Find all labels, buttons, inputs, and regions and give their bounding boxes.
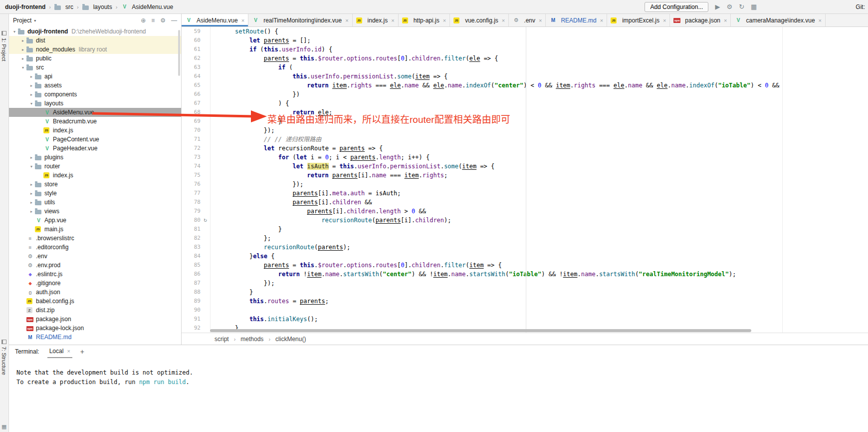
add-configuration-button[interactable]: Add Configuration...: [645, 2, 708, 12]
breadcrumb-item[interactable]: layouts: [82, 3, 112, 10]
breadcrumb-item[interactable]: script: [215, 336, 229, 343]
terminal-output[interactable]: Note that the development build is not o…: [9, 358, 868, 387]
play-icon[interactable]: ▶: [715, 3, 720, 10]
tree-item[interactable]: ▸public: [9, 54, 181, 63]
code-line[interactable]: 85 parents = this.$router.options.routes…: [182, 261, 782, 270]
tree-item[interactable]: JSindex.js: [9, 126, 181, 135]
tree-item[interactable]: ◆.gitignore: [9, 279, 181, 288]
tree-item[interactable]: VAsideMenu.vue: [9, 108, 181, 117]
editor-tab[interactable]: VcameraManage\index.vue×: [731, 14, 826, 26]
tree-item[interactable]: ▸api: [9, 72, 181, 81]
chevron-collapsed-icon[interactable]: ▸: [28, 92, 35, 97]
code-line[interactable]: 64 this.userInfo.permissionList.some(ite…: [182, 72, 782, 81]
code-line[interactable]: 75 return parents[i].name === item.right…: [182, 171, 782, 180]
hide-icon[interactable]: —: [171, 17, 177, 24]
code-line[interactable]: 89 this.routes = parents;: [182, 297, 782, 306]
chevron-expanded-icon[interactable]: ▾: [28, 164, 35, 169]
tree-item[interactable]: npmpackage-lock.json: [9, 324, 181, 333]
tree-item[interactable]: JSbabel.config.js: [9, 297, 181, 306]
locate-icon[interactable]: ⊕: [141, 17, 146, 24]
code-line[interactable]: 70 });: [182, 126, 782, 135]
editor-tab[interactable]: MREADME.md×: [546, 14, 607, 26]
chevron-collapsed-icon[interactable]: ▸: [28, 191, 35, 196]
grid-icon[interactable]: ▦: [1, 424, 6, 430]
chevron-collapsed-icon[interactable]: ▸: [19, 38, 26, 43]
editor-tab[interactable]: JSindex.js×: [353, 14, 399, 26]
tree-item[interactable]: JSmain.js: [9, 225, 181, 234]
project-panel-title[interactable]: Project: [13, 17, 31, 24]
code-line[interactable]: 74 let isAuth = this.userInfo.permission…: [182, 162, 782, 171]
editor-tab[interactable]: npmpackage.json×: [670, 14, 731, 26]
close-icon[interactable]: ×: [600, 17, 603, 23]
tree-item[interactable]: VPageHeader.vue: [9, 144, 181, 153]
tree-item[interactable]: npmpackage.json: [9, 315, 181, 324]
tree-item[interactable]: Zdist.zip: [9, 306, 181, 315]
code-line[interactable]: 62 parents = this.$router.options.routes…: [182, 54, 782, 63]
breadcrumb-item[interactable]: VAsideMenu.vue: [121, 3, 173, 10]
tree-item[interactable]: ▸plugins: [9, 153, 181, 162]
tree-item[interactable]: ▾router: [9, 162, 181, 171]
chevron-expanded-icon[interactable]: ▾: [11, 29, 18, 34]
code-line[interactable]: 82 };: [182, 234, 782, 243]
code-line[interactable]: 90: [182, 306, 782, 315]
code-line[interactable]: 80↻ recursionRoute(parents[i].children);: [182, 216, 782, 225]
close-icon[interactable]: ×: [724, 17, 727, 23]
code-line[interactable]: 87 });: [182, 279, 782, 288]
code-line[interactable]: 71 // // 递归权限路由: [182, 135, 782, 144]
code-line[interactable]: 86 return !item.name.startsWith("center"…: [182, 270, 782, 279]
editor-tab[interactable]: JSimportExcel.js×: [607, 14, 670, 26]
chevron-collapsed-icon[interactable]: ▸: [28, 155, 35, 160]
tree-item[interactable]: ⚙.env: [9, 252, 181, 261]
close-icon[interactable]: ×: [819, 17, 822, 23]
chevron-collapsed-icon[interactable]: ▸: [28, 200, 35, 205]
tree-item[interactable]: VBreadcrumb.vue: [9, 117, 181, 126]
chevron-collapsed-icon[interactable]: ▸: [28, 74, 35, 79]
chevron-collapsed-icon[interactable]: ▸: [28, 209, 35, 214]
code-line[interactable]: 72 let recursionRoute = parents => {: [182, 144, 782, 153]
stripe-project-label[interactable]: 1: Project: [1, 38, 7, 61]
git-label[interactable]: Git:: [856, 3, 865, 10]
tree-item[interactable]: ▸node_moduleslibrary root: [9, 45, 181, 54]
close-icon[interactable]: ×: [663, 17, 666, 23]
scrollbar-thumb[interactable]: [210, 329, 751, 332]
breadcrumb-item[interactable]: clickMenu(): [275, 336, 306, 343]
code-line[interactable]: 84 }else {: [182, 252, 782, 261]
close-icon[interactable]: ×: [391, 17, 394, 23]
tree-item[interactable]: ▸views: [9, 207, 181, 216]
tree-item[interactable]: ▾layouts: [9, 99, 181, 108]
tree-item[interactable]: ▸store: [9, 180, 181, 189]
code-line[interactable]: 73 for (let i = 0; i < parents.length; i…: [182, 153, 782, 162]
stripe-structure-label[interactable]: 7: Structure: [1, 347, 7, 375]
tree-item[interactable]: JSindex.js: [9, 171, 181, 180]
editor-tab[interactable]: VAsideMenu.vue×: [182, 14, 248, 26]
chevron-down-icon[interactable]: ▾: [34, 18, 36, 23]
close-icon[interactable]: ×: [241, 17, 244, 23]
editor-tab[interactable]: VrealTimeMonitoring\index.vue×: [248, 14, 352, 26]
tree-item[interactable]: ▸assets: [9, 81, 181, 90]
editor-tab[interactable]: JShttp-api.js×: [399, 14, 450, 26]
code-line[interactable]: 65 return item.rights === ele.name && el…: [182, 81, 782, 90]
tree-item[interactable]: ▾src: [9, 63, 181, 72]
code-line[interactable]: 78 parents[i].children &&: [182, 198, 782, 207]
code-line[interactable]: 60 let parents = [];: [182, 36, 782, 45]
chevron-expanded-icon[interactable]: ▾: [28, 101, 35, 106]
code-line[interactable]: 77 parents[i].meta.auth = isAuth;: [182, 189, 782, 198]
structure-toolwindow-icon[interactable]: [1, 340, 6, 344]
close-icon[interactable]: ×: [539, 17, 542, 23]
tree-item[interactable]: ▾duoji-frontendD:\zheheWeb\duoji-fronten…: [9, 27, 181, 36]
code-line[interactable]: 66 }): [182, 90, 782, 99]
terminal-tab-local[interactable]: Local ×: [47, 345, 72, 358]
grid-icon[interactable]: ▦: [751, 3, 757, 10]
close-icon[interactable]: ×: [345, 17, 348, 23]
tree-item[interactable]: ▸style: [9, 189, 181, 198]
code-line[interactable]: 59setRoute() {: [182, 27, 782, 36]
tree-item[interactable]: ▸utils: [9, 198, 181, 207]
editor-tab[interactable]: ⚙.env×: [509, 14, 546, 26]
breadcrumb-item[interactable]: duoji-frontend: [5, 3, 45, 10]
filter-icon[interactable]: ≡: [151, 17, 155, 24]
tree-item[interactable]: ⚙.env.prod: [9, 261, 181, 270]
tree-item[interactable]: ≡.browserslistrc: [9, 234, 181, 243]
tree-item[interactable]: ◆.eslintrc.js: [9, 270, 181, 279]
new-terminal-button[interactable]: +: [80, 348, 84, 356]
tree-item[interactable]: VApp.vue: [9, 216, 181, 225]
